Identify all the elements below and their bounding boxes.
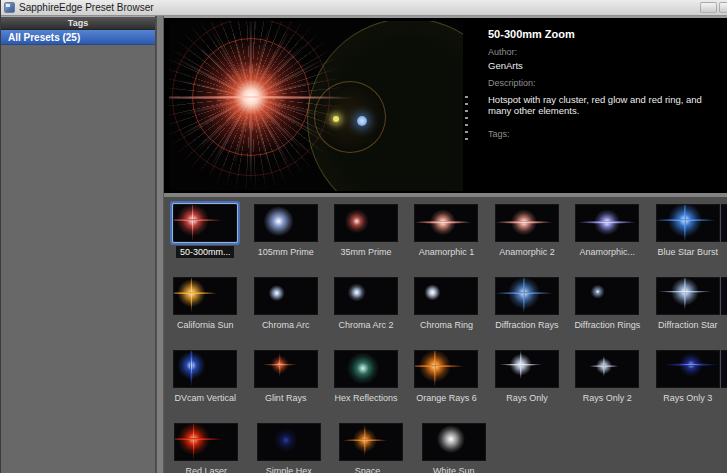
preset-label: Rays Only — [506, 393, 548, 403]
preset-thumbnail[interactable] — [254, 277, 318, 315]
preset-item-red-laser[interactable]: Red Laser — [165, 422, 248, 473]
clipped-thumbnail — [721, 204, 727, 242]
preset-item-dvcam-vertical[interactable]: DVcam Vertical — [165, 349, 245, 422]
preset-thumbnail[interactable] — [656, 350, 720, 388]
sidebar-item-all-presets[interactable]: All Presets (25) — [1, 30, 155, 45]
preset-thumbnail[interactable] — [173, 350, 237, 388]
flare-yellow-dot — [333, 116, 339, 122]
flare-red-ring-outer — [172, 21, 330, 176]
description-value: Hotspot with ray cluster, red glow and r… — [488, 94, 718, 116]
preset-label: Rays Only 2 — [583, 393, 632, 403]
preset-item-space[interactable]: Space... — [330, 422, 413, 473]
preset-item-orange-rays-6[interactable]: Orange Rays 6 — [406, 349, 486, 422]
preset-thumbnail[interactable] — [257, 423, 321, 461]
preset-item-anamorphic-1[interactable]: Anamorphic 1 — [406, 203, 486, 276]
preset-thumbnail[interactable] — [575, 277, 639, 315]
preset-item-chroma-arc[interactable]: Chroma Arc — [245, 276, 325, 349]
tags-label: Tags: — [488, 129, 718, 139]
preset-label: Anamorphic... — [580, 247, 636, 257]
preset-item-blue-star-burst[interactable]: Blue Star Burst — [648, 203, 727, 276]
preset-thumbnail[interactable] — [254, 204, 318, 242]
author-value: GenArts — [488, 60, 718, 71]
preset-label: White Sun — [433, 466, 475, 473]
flare-blue-dot — [357, 116, 367, 126]
preset-thumbnail[interactable] — [575, 204, 639, 242]
preset-item-35mm-prime[interactable]: 35mm Prime — [326, 203, 406, 276]
preset-item-diffraction-star[interactable]: Diffraction Star — [648, 276, 727, 349]
preset-thumbnail[interactable] — [334, 204, 398, 242]
preset-thumbnail[interactable] — [575, 350, 639, 388]
preset-label: Simple Hex — [266, 466, 312, 473]
preset-item-rays-only-2[interactable]: Rays Only 2 — [567, 349, 647, 422]
preset-item-diffraction-rings[interactable]: Diffraction Rings — [567, 276, 647, 349]
maximize-button[interactable] — [719, 2, 727, 13]
preset-thumbnail[interactable] — [339, 423, 403, 461]
preset-label: DVcam Vertical — [174, 393, 236, 403]
preset-label: 105mm Prime — [258, 247, 314, 257]
preset-thumbnail[interactable] — [334, 277, 398, 315]
preset-item-hex-reflections[interactable]: Hex Reflections — [326, 349, 406, 422]
preset-thumbnail[interactable] — [656, 204, 720, 242]
preset-thumbnail[interactable] — [414, 277, 478, 315]
preset-item-simple-hex[interactable]: Simple Hex — [248, 422, 331, 473]
preset-label: Chroma Arc 2 — [339, 320, 394, 330]
preset-label: Diffraction Rays — [495, 320, 558, 330]
clipped-thumbnail — [721, 277, 727, 315]
preset-item-california-sun[interactable]: California Sun — [165, 276, 245, 349]
tags-header: Tags — [1, 16, 155, 30]
preset-label: Diffraction Rings — [574, 320, 640, 330]
preset-grid: 50-300mm...105mm Prime35mm PrimeAnamorph… — [164, 197, 727, 473]
tags-sidebar: Tags All Presets (25) — [1, 16, 156, 473]
title-bar[interactable]: SapphireEdge Preset Browser — [1, 0, 727, 16]
preset-thumbnail[interactable] — [656, 277, 720, 315]
preset-label: Chroma Arc — [262, 320, 310, 330]
minimize-button[interactable] — [700, 2, 717, 13]
preset-thumbnail[interactable] — [495, 350, 559, 388]
preset-thumbnail[interactable] — [414, 350, 478, 388]
preset-label: Anamorphic 2 — [499, 247, 555, 257]
preset-thumbnail[interactable] — [254, 350, 318, 388]
preset-item-anamorphic-2[interactable]: Anamorphic 2 — [487, 203, 567, 276]
preset-thumbnail[interactable] — [495, 204, 559, 242]
preset-label: Glint Rays — [265, 393, 307, 403]
preset-thumbnail[interactable] — [495, 277, 559, 315]
preset-label: 50-300mm... — [176, 247, 235, 257]
preset-item-50-300mm[interactable]: 50-300mm... — [165, 203, 245, 276]
preset-item-chroma-arc-2[interactable]: Chroma Arc 2 — [326, 276, 406, 349]
preset-thumbnail[interactable] — [174, 423, 238, 461]
clipped-thumbnail — [721, 350, 727, 388]
detail-splitter-handle[interactable] — [465, 96, 468, 140]
preset-item-anamorphic[interactable]: Anamorphic... — [567, 203, 647, 276]
thumbnail-row: California SunChroma ArcChroma Arc 2Chro… — [164, 276, 727, 349]
preset-details: 50-300mm Zoom Author: GenArts Descriptio… — [488, 28, 718, 142]
preset-thumbnail[interactable] — [334, 350, 398, 388]
preset-item-glint-rays[interactable]: Glint Rays — [245, 349, 325, 422]
preset-thumbnail[interactable] — [414, 204, 478, 242]
preset-item-rays-only-3[interactable]: Rays Only 3 — [648, 349, 727, 422]
preset-item-diffraction-rays[interactable]: Diffraction Rays — [487, 276, 567, 349]
preset-label: Chroma Ring — [420, 320, 473, 330]
preset-label: Rays Only 3 — [663, 393, 712, 403]
preset-label: Orange Rays 6 — [416, 393, 477, 403]
preset-label: California Sun — [177, 320, 234, 330]
preview-panel: 50-300mm Zoom Author: GenArts Descriptio… — [164, 16, 727, 197]
preset-label: Blue Star Burst — [657, 247, 718, 257]
sidebar-splitter[interactable] — [156, 16, 164, 473]
preset-thumbnail[interactable] — [422, 423, 486, 461]
preset-label: Hex Reflections — [335, 393, 398, 403]
window-controls — [700, 2, 727, 13]
preset-label: 35mm Prime — [341, 247, 392, 257]
preset-label: Red Laser — [185, 466, 227, 473]
preset-label: Diffraction Star — [658, 320, 717, 330]
preset-item-white-sun[interactable]: White Sun — [413, 422, 496, 473]
preset-title: 50-300mm Zoom — [488, 28, 718, 40]
preset-item-105mm-prime[interactable]: 105mm Prime — [245, 203, 325, 276]
preset-thumbnail[interactable] — [173, 277, 237, 315]
description-label: Description: — [488, 78, 718, 88]
app-icon — [4, 2, 15, 13]
preset-item-rays-only[interactable]: Rays Only — [487, 349, 567, 422]
author-label: Author: — [488, 47, 718, 57]
preset-thumbnail[interactable] — [173, 204, 237, 242]
preview-image — [169, 21, 463, 191]
preset-item-chroma-ring[interactable]: Chroma Ring — [406, 276, 486, 349]
